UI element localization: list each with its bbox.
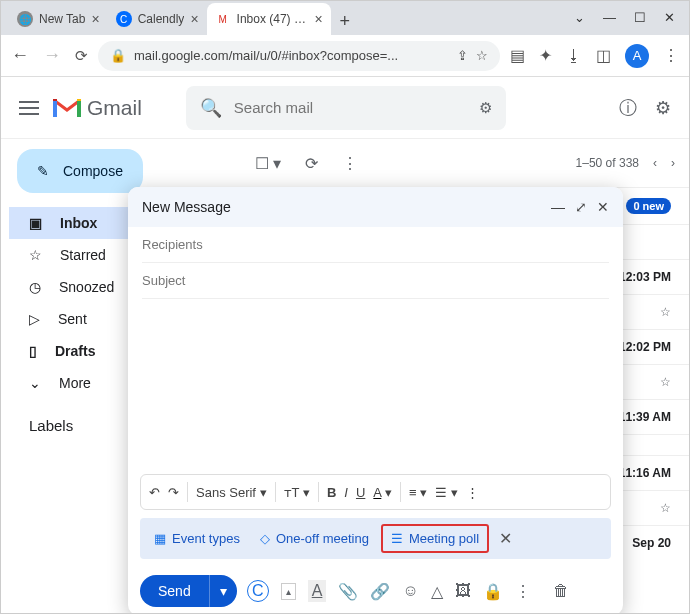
link-icon[interactable]: 🔗 (370, 582, 390, 601)
align-icon[interactable]: ≡ ▾ (409, 485, 427, 500)
minimize-icon[interactable]: — (551, 199, 565, 215)
text-color-icon[interactable]: A ▾ (373, 485, 392, 500)
settings-icon[interactable]: ⚙ (655, 97, 671, 119)
star-icon[interactable]: ☆ (660, 501, 671, 515)
extensions-icon[interactable]: ✦ (539, 46, 552, 65)
sidebar-item-label: Starred (60, 247, 106, 263)
italic-icon[interactable]: I (344, 485, 348, 500)
next-page-icon[interactable]: › (671, 156, 675, 170)
downloads-icon[interactable]: ⭳ (566, 47, 582, 65)
tab-inbox[interactable]: M Inbox (47) - an… × (207, 3, 331, 35)
compose-body[interactable] (128, 299, 623, 474)
send-button[interactable]: Send ▾ (140, 575, 237, 607)
inbox-icon: ▣ (29, 215, 42, 231)
close-icon[interactable]: × (190, 11, 198, 27)
search-input[interactable] (234, 99, 467, 116)
page-range: 1–50 of 338 (576, 156, 639, 170)
hamburger-icon[interactable] (19, 101, 39, 115)
search-icon: 🔍 (200, 97, 222, 119)
back-icon[interactable]: ← (11, 45, 29, 66)
lock-icon: 🔒 (110, 48, 126, 63)
forward-icon[interactable]: → (43, 45, 61, 66)
subject-field[interactable]: Subject (142, 263, 609, 299)
sidebar-item-label: Snoozed (59, 279, 114, 295)
expand-icon[interactable]: ⤢ (575, 199, 587, 215)
send-icon: ▷ (29, 311, 40, 327)
caret-up-icon[interactable]: ▴ (281, 583, 296, 600)
underline-icon[interactable]: U (356, 485, 365, 500)
panel-icon[interactable]: ◫ (596, 46, 611, 65)
reload-icon[interactable]: ⟳ (75, 47, 88, 65)
refresh-icon[interactable]: ⟳ (305, 154, 318, 173)
share-icon[interactable]: ⇪ (457, 48, 468, 63)
chip-meeting-poll[interactable]: ☰ Meeting poll (381, 524, 489, 553)
calendly-circle-icon[interactable]: C (247, 580, 269, 602)
list-icon[interactable]: ☰ ▾ (435, 485, 458, 500)
bold-icon[interactable]: B (327, 485, 336, 500)
gmail-logo-icon (53, 97, 81, 119)
format-toolbar: ↶ ↷ Sans Serif ▾ ᴛT ▾ B I U A ▾ ≡ ▾ ☰ ▾ … (140, 474, 611, 510)
send-options-icon[interactable]: ▾ (209, 575, 237, 607)
recipients-field[interactable]: Recipients (142, 227, 609, 263)
close-window-icon[interactable]: ✕ (664, 10, 675, 25)
tab-calendly[interactable]: C Calendly × (108, 3, 207, 35)
chip-event-types[interactable]: ▦ Event types (146, 526, 248, 551)
calendar-icon: ▦ (154, 531, 166, 546)
calendly-icon: C (116, 11, 132, 27)
window-controls: ⌄ — ☐ ✕ (560, 10, 689, 35)
chip-one-off[interactable]: ◇ One-off meeting (252, 526, 377, 551)
trash-icon[interactable]: 🗑 (553, 582, 569, 600)
drive-icon[interactable]: △ (431, 582, 443, 601)
prev-page-icon[interactable]: ‹ (653, 156, 657, 170)
maximize-icon[interactable]: ☐ (634, 10, 646, 25)
omnibox[interactable]: 🔒 mail.google.com/mail/u/0/#inbox?compos… (98, 41, 500, 71)
font-select[interactable]: Sans Serif ▾ (196, 485, 267, 500)
tab-label: New Tab (39, 12, 85, 26)
minimize-icon[interactable]: — (603, 10, 616, 25)
close-icon[interactable]: × (315, 11, 323, 27)
attach-icon[interactable]: 📎 (338, 582, 358, 601)
compose-button[interactable]: ✎ Compose (17, 149, 143, 193)
image-icon[interactable]: 🖼 (455, 582, 471, 600)
new-tab-button[interactable]: + (331, 7, 359, 35)
mail-list: ☐ ▾ ⟳ ⋮ 1–50 of 338 ‹ › 0 new n, Cl… 12:… (241, 139, 689, 613)
close-icon[interactable]: ✕ (597, 199, 609, 215)
gmail-logo-text: Gmail (87, 96, 142, 120)
sidebar-item-label: Drafts (55, 343, 95, 359)
gmail-logo[interactable]: Gmail (53, 96, 142, 120)
close-icon[interactable]: × (91, 11, 99, 27)
tab-newtab[interactable]: 🌐 New Tab × (9, 3, 108, 35)
confidential-icon[interactable]: 🔒 (483, 582, 503, 601)
text-format-icon[interactable]: A (308, 580, 327, 602)
calendly-toolbar: ▦ Event types ◇ One-off meeting ☰ Meetin… (140, 518, 611, 559)
star-icon[interactable]: ☆ (660, 375, 671, 389)
help-icon[interactable]: ⓘ (619, 96, 637, 120)
menu-icon[interactable]: ⋮ (663, 46, 679, 65)
more-icon[interactable]: ⋮ (342, 154, 358, 173)
undo-icon[interactable]: ↶ (149, 485, 160, 500)
compose-title: New Message (142, 199, 231, 215)
close-icon[interactable]: ✕ (493, 529, 518, 548)
gmail-icon: M (215, 11, 231, 27)
sidebar-item-label: Inbox (60, 215, 97, 231)
star-icon[interactable]: ☆ (660, 305, 671, 319)
font-size-icon[interactable]: ᴛT ▾ (284, 485, 310, 500)
redo-icon[interactable]: ↷ (168, 485, 179, 500)
tag-icon: ◇ (260, 531, 270, 546)
sidebar-item-label: Sent (58, 311, 87, 327)
compose-titlebar[interactable]: New Message — ⤢ ✕ (128, 187, 623, 227)
profile-avatar[interactable]: A (625, 44, 649, 68)
emoji-icon[interactable]: ☺ (402, 582, 418, 600)
star-icon[interactable]: ☆ (476, 48, 488, 63)
compose-send-bar: Send ▾ C ▴ A 📎 🔗 ☺ △ 🖼 🔒 ⋮ 🗑 (140, 575, 611, 607)
extension-box-icon[interactable]: ▤ (510, 46, 525, 65)
search-options-icon[interactable]: ⚙ (479, 99, 492, 117)
tab-label: Calendly (138, 12, 185, 26)
more-icon[interactable]: ⋮ (515, 582, 531, 601)
poll-icon: ☰ (391, 531, 403, 546)
search-box[interactable]: 🔍 ⚙ (186, 86, 506, 130)
select-all-checkbox[interactable]: ☐ ▾ (255, 154, 281, 173)
more-format-icon[interactable]: ⋮ (466, 485, 479, 500)
chevron-down-icon[interactable]: ⌄ (574, 10, 585, 25)
compose-label: Compose (63, 163, 123, 179)
